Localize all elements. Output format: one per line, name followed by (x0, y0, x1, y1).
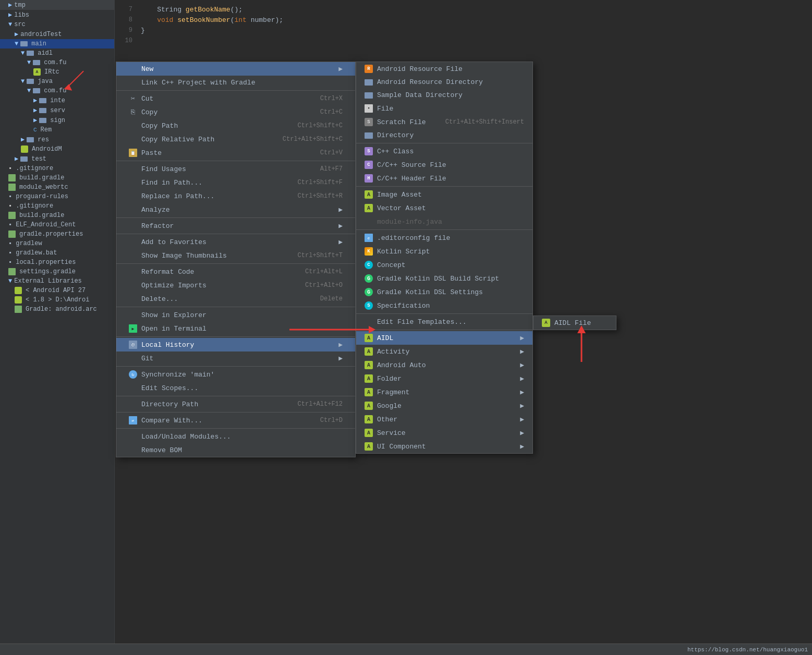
tree-item-api27[interactable]: < Android API 27 (0, 286, 114, 295)
submenu-item-other[interactable]: A Other ▶ (356, 413, 532, 426)
menu-item-local-history[interactable]: ⏱ Local History ▶ (116, 338, 355, 351)
submenu-item-aidl[interactable]: A AIDL ▶ (356, 331, 532, 345)
tree-item-gradlew[interactable]: ▪ gradlew (0, 239, 114, 248)
menu-item-delete[interactable]: Delete... Delete (116, 292, 355, 306)
tree-item-java[interactable]: ▼ java (0, 77, 114, 86)
tree-item-gradlewbat[interactable]: ▪ gradlew.bat (0, 248, 114, 258)
submenu-item-activity[interactable]: A Activity ▶ (356, 345, 532, 358)
tree-item-tmp[interactable]: ▶ tmp (0, 0, 114, 10)
menu-item-load-unload[interactable]: Load/Unload Modules... (116, 430, 355, 443)
tree-item-src[interactable]: ▼ src (0, 20, 114, 29)
submenu-item-aidl-file[interactable]: A AIDL File (534, 316, 616, 330)
tree-item-local[interactable]: ▪ local.properties (0, 258, 114, 267)
templates-icon (365, 318, 373, 326)
submenu-item-cpp-header[interactable]: H C/C++ Header File (356, 172, 532, 185)
menu-item-find-usages[interactable]: Find Usages Alt+F7 (116, 162, 355, 176)
submenu-item-edit-templates[interactable]: Edit File Templates... (356, 315, 532, 329)
menu-item-copy-path[interactable]: Copy Path Ctrl+Shift+C (116, 119, 355, 132)
submenu-item-vector-asset[interactable]: A Vector Asset (356, 201, 532, 215)
submenu-item-concept[interactable]: C Concept (356, 258, 532, 272)
tree-item-androidm[interactable]: AndroidM (0, 144, 114, 154)
submenu-item-android-resource-file[interactable]: R Android Resource File (356, 62, 532, 76)
submenu-item-editorconfig[interactable]: e .editorconfig file (356, 231, 532, 245)
submenu-label: Gradle Kotlin DSL Settings (377, 288, 483, 296)
menu-item-paste[interactable]: 📋 Paste Ctrl+V (116, 146, 355, 160)
menu-item-copy-rel-path[interactable]: Copy Relative Path Ctrl+Alt+Shift+C (116, 132, 355, 146)
tree-item-extlibs[interactable]: ▼ External Libraries (0, 276, 114, 286)
submenu-item-service[interactable]: A Service ▶ (356, 426, 532, 440)
menu-item-copy[interactable]: ⎘ Copy Ctrl+C (116, 105, 355, 119)
menu-item-reformat[interactable]: Reformat Code Ctrl+Alt+L (116, 265, 355, 278)
comfu-java-folder-icon (33, 88, 40, 93)
submenu-arrow: ▶ (520, 415, 524, 423)
menu-item-dir-path[interactable]: Directory Path Ctrl+Alt+F12 (116, 397, 355, 411)
submenu-item-cpp-source[interactable]: C C/C++ Source File (356, 158, 532, 172)
submenu-item-kotlin-script[interactable]: K Kotlin Script (356, 245, 532, 258)
android-auto-icon: A (365, 361, 373, 369)
tree-item-rem[interactable]: C Rem (0, 125, 114, 135)
menu-item-refactor[interactable]: Refactor ▶ (116, 219, 355, 233)
settings-icon (8, 268, 16, 275)
menu-item-analyze[interactable]: Analyze ▶ (116, 203, 355, 216)
tree-item-elf[interactable]: ▪ ELF_Android_Cent (0, 220, 114, 229)
tree-item-sign[interactable]: ▶ sign (0, 115, 114, 125)
menu-item-replace-in-path[interactable]: Replace in Path... Ctrl+Shift+R (116, 189, 355, 203)
menu-item-new[interactable]: New ▶ (116, 62, 355, 76)
menu-item-synchronize[interactable]: ↻ Synchronize 'main' (116, 368, 355, 381)
tree-item-gitignore2[interactable]: ▪ .gitignore (0, 201, 114, 211)
tree-item-test[interactable]: ▶ test (0, 154, 114, 164)
code-line-10: 10 (115, 35, 812, 46)
submenu-item-gradle-kotlin-build[interactable]: G Gradle Kotlin DSL Build Script (356, 272, 532, 285)
submenu-item-folder[interactable]: A Folder ▶ (356, 372, 532, 385)
tree-item-modulewebrtc[interactable]: module_webrtc (0, 183, 114, 192)
submenu-item-android-auto[interactable]: A Android Auto ▶ (356, 358, 532, 372)
tree-item-main[interactable]: ▼ main (0, 39, 114, 48)
tree-item-gradleprop[interactable]: gradle.properties (0, 229, 114, 239)
menu-item-show-explorer[interactable]: Show in Explorer (116, 308, 355, 322)
submenu-item-directory[interactable]: Directory (356, 129, 532, 142)
menu-item-optimize-imports[interactable]: Optimize Imports Ctrl+Alt+O (116, 278, 355, 292)
submenu-item-scratch-file[interactable]: S Scratch File Ctrl+Alt+Shift+Insert (356, 115, 532, 129)
tree-item-buildgradle2[interactable]: build.gradle (0, 211, 114, 220)
menu-label: Find Usages (141, 165, 186, 173)
tree-item-res[interactable]: ▶ res (0, 135, 114, 144)
tree-item-inte[interactable]: ▶ inte (0, 95, 114, 105)
menu-item-link-cpp[interactable]: Link C++ Project with Gradle (116, 76, 355, 89)
tree-item-aidl[interactable]: ▼ aidl (0, 48, 114, 58)
tree-item-gradle-android[interactable]: Gradle: android.arc (0, 305, 114, 314)
menu-item-git[interactable]: Git ▶ (116, 351, 355, 365)
menu-item-open-terminal[interactable]: ▶ Open in Terminal (116, 322, 355, 335)
tree-item-gitignore1[interactable]: ▪ .gitignore (0, 164, 114, 173)
menu-item-add-favorites[interactable]: Add to Favorites ▶ (116, 235, 355, 249)
menu-item-compare[interactable]: ⇌ Compare With... Ctrl+D (116, 414, 355, 427)
tree-item-settings[interactable]: settings.gradle (0, 267, 114, 276)
submenu-item-file[interactable]: ▪ File (356, 102, 532, 115)
tree-item-jdk18[interactable]: < 1.8 > D:\Androi (0, 295, 114, 305)
tree-item-libs[interactable]: ▶ libs (0, 10, 114, 20)
tree-item-comfu-java[interactable]: ▼ com.fu (0, 86, 114, 95)
menu-item-cut[interactable]: ✂ Cut Ctrl+X (116, 92, 355, 105)
submenu-item-gradle-kotlin-settings[interactable]: G Gradle Kotlin DSL Settings (356, 285, 532, 299)
menu-item-show-thumbnails[interactable]: Show Image Thumbnails Ctrl+Shift+T (116, 249, 355, 262)
submenu-item-sample-data-dir[interactable]: Sample Data Directory (356, 89, 532, 102)
submenu-item-image-asset[interactable]: A Image Asset (356, 188, 532, 201)
menu-item-find-in-path[interactable]: Find in Path... Ctrl+Shift+F (116, 176, 355, 189)
submenu-item-ui-component[interactable]: A UI Component ▶ (356, 440, 532, 453)
tree-item-irtc[interactable]: A IRtc (0, 67, 114, 77)
folder-icon: ▶ (8, 11, 12, 19)
tree-item-serv[interactable]: ▶ serv (0, 105, 114, 115)
submenu-item-specification[interactable]: S Specification (356, 299, 532, 312)
menu-item-remove-bom[interactable]: Remove BOM (116, 443, 355, 457)
tree-item-androidtest[interactable]: ▶ androidTest (0, 29, 114, 39)
submenu-item-fragment[interactable]: A Fragment ▶ (356, 385, 532, 399)
menu-item-edit-scopes[interactable]: Edit Scopes... (116, 381, 355, 395)
tree-item-proguard[interactable]: ▪ proguard-rules (0, 192, 114, 201)
submenu-label: .editorconfig file (377, 234, 450, 242)
tree-item-comfu-aidl[interactable]: ▼ com.fu (0, 58, 114, 67)
submenu-item-android-resource-dir[interactable]: Android Resource Directory (356, 76, 532, 89)
submenu-item-cpp-class[interactable]: S C++ Class (356, 144, 532, 158)
submenu-item-google[interactable]: A Google ▶ (356, 399, 532, 413)
tree-item-buildgradle1[interactable]: build.gradle (0, 173, 114, 183)
menu-label: Replace in Path... (141, 192, 214, 200)
tree-label: < Android API 27 (26, 287, 86, 294)
